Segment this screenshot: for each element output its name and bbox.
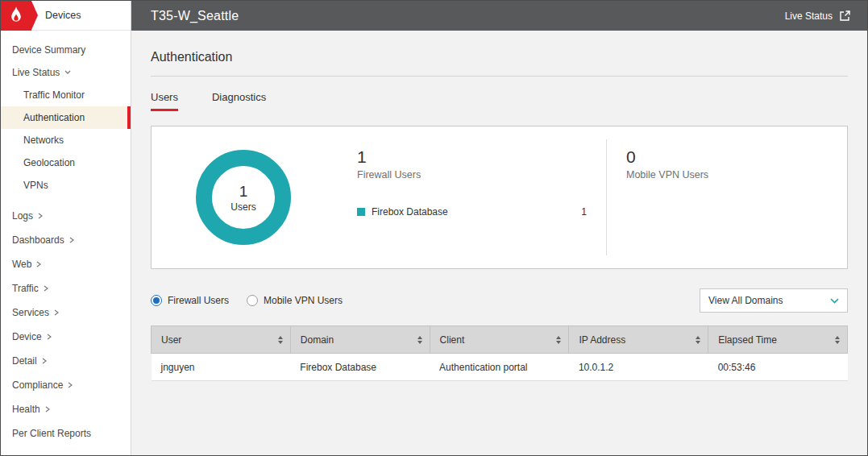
donut-label: Users [230,201,255,213]
sidebar-item-compliance[interactable]: Compliance [1,373,131,397]
tab-bar: Users Diagnostics [151,91,848,111]
sidebar-item-traffic-monitor[interactable]: Traffic Monitor [1,84,131,106]
chevron-right-icon [38,213,43,219]
chevron-right-icon [45,406,50,412]
tab-users[interactable]: Users [151,91,178,111]
column-header-domain[interactable]: Domain [290,326,430,354]
user-type-radio-group: Firewall Users Mobile VPN Users [151,295,343,306]
table-row[interactable]: jnguyen Firebox Database Authentication … [152,354,848,381]
sidebar-item-traffic[interactable]: Traffic [1,276,131,301]
page-title: Authentication [151,50,848,64]
users-donut-chart: 1 Users [196,150,291,245]
radio-selected-icon [151,295,162,306]
legend-row: Firebox Database 1 [357,206,587,218]
sidebar-item-per-client-reports[interactable]: Per Client Reports [1,421,131,446]
mobile-vpn-count: 0 [626,147,708,167]
chevron-down-icon [830,298,839,304]
cell-domain: Firebox Database [290,354,430,381]
sidebar-item-authentication[interactable]: Authentication [1,106,131,129]
sort-icon [556,336,561,344]
live-status-label: Live Status [785,10,833,22]
sidebar-item-geolocation[interactable]: Geolocation [1,151,131,174]
view-all-domains-dropdown[interactable]: View All Domains [700,288,848,313]
sidebar-item-services[interactable]: Services [1,301,131,325]
radio-mobile-vpn-users[interactable]: Mobile VPN Users [247,295,343,306]
legend-name: Firebox Database [372,206,448,218]
cell-user: jnguyen [152,354,291,381]
firewall-users-count: 1 [357,147,587,167]
logo-flag-shape [31,1,38,30]
column-header-user[interactable]: User [152,326,291,354]
cell-elapsed-time: 00:53:46 [708,354,848,381]
device-title: T35-W_Seattle [151,9,239,23]
filter-row: Firewall Users Mobile VPN Users View All… [151,288,848,313]
firewall-users-summary: 1 Firewall Users Firebox Database 1 [357,126,587,268]
external-link-icon [839,10,851,22]
sidebar-item-health[interactable]: Health [1,397,131,421]
sidebar-item-live-status[interactable]: Live Status [1,61,131,84]
sidebar-item-device[interactable]: Device [1,325,131,349]
sidebar-item-web[interactable]: Web [1,252,131,276]
cell-ip-address: 10.0.1.2 [569,354,708,381]
tab-diagnostics[interactable]: Diagnostics [212,91,266,111]
content-area: Authentication Users Diagnostics 1 Users… [131,31,867,455]
radio-firewall-users[interactable]: Firewall Users [151,295,229,306]
legend-value: 1 [581,206,587,218]
sidebar-item-device-summary[interactable]: Device Summary [1,39,131,61]
sidebar-item-networks[interactable]: Networks [1,129,131,151]
flame-icon [9,6,23,25]
app-window: Devices Device Summary Live Status Traff… [0,0,868,456]
watchguard-flame-logo [1,1,31,31]
mobile-vpn-summary: 0 Mobile VPN Users [626,126,708,268]
cell-client: Authentication portal [430,354,569,381]
chevron-right-icon [44,285,48,292]
chevron-right-icon [42,358,47,364]
chevron-right-icon [69,237,74,243]
radio-firewall-label: Firewall Users [168,295,229,306]
topbar: T35-W_Seattle Live Status [131,1,867,31]
sidebar-item-detail[interactable]: Detail [1,349,131,373]
radio-unselected-icon [247,295,258,306]
chevron-right-icon [47,334,52,340]
sidebar-item-vpns[interactable]: VPNs [1,174,131,197]
column-header-ip-address[interactable]: IP Address [569,326,708,354]
mobile-vpn-label: Mobile VPN Users [626,169,708,180]
sidebar-nav: Device Summary Live Status Traffic Monit… [1,31,131,455]
table-header-row: User Domain Client IP Address [152,326,848,354]
brand-label: Devices [45,10,81,21]
column-header-client[interactable]: Client [430,326,569,354]
chevron-right-icon [68,382,73,388]
legend-swatch [357,208,365,216]
brand-row: Devices [1,1,131,31]
sidebar: Devices Device Summary Live Status Traff… [1,1,131,455]
domain-dropdown-value: View All Domains [708,295,783,306]
chevron-right-icon [36,261,41,267]
sort-icon [835,336,840,344]
main-column: T35-W_Seattle Live Status Authentication… [131,1,867,455]
live-status-link[interactable]: Live Status [785,10,851,22]
sort-icon [417,336,422,344]
sidebar-item-logs[interactable]: Logs [1,204,131,228]
chevron-down-icon [64,70,71,75]
firewall-users-label: Firewall Users [357,169,587,180]
column-header-elapsed-time[interactable]: Elapsed Time [708,326,848,354]
chevron-right-icon [54,309,59,316]
title-divider [151,76,848,77]
donut-value: 1 [239,183,248,201]
sidebar-item-dashboards[interactable]: Dashboards [1,228,131,252]
users-table: User Domain Client IP Address [151,325,848,381]
vertical-divider [606,139,607,255]
sort-icon [278,336,283,344]
sort-icon [696,336,700,344]
radio-mobile-label: Mobile VPN Users [264,295,343,306]
users-summary-card: 1 Users 1 Firewall Users Firebox Databas… [151,126,848,269]
